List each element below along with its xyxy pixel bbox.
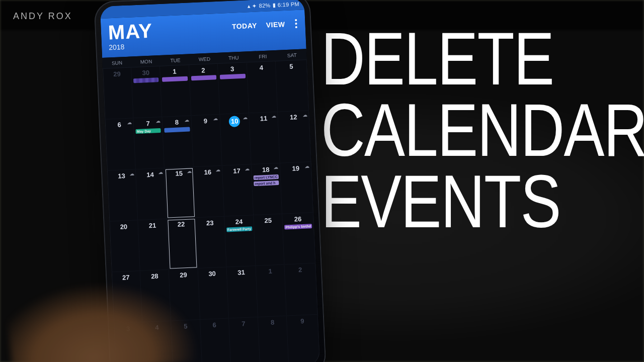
calendar-day-cell[interactable]: 18☁report LYNCCreport and h <box>252 163 283 215</box>
weather-icon: ☁ <box>272 114 276 119</box>
weather-icon: ☁ <box>185 118 189 123</box>
calendar-day-cell[interactable]: 6☁ <box>105 119 136 171</box>
calendar-day-cell[interactable]: 22 <box>167 218 198 270</box>
calendar-day-cell[interactable]: 4 <box>247 61 278 114</box>
calendar-day-cell[interactable]: 1 <box>160 65 191 117</box>
overflow-menu-icon[interactable] <box>294 18 298 29</box>
day-number: 25 <box>255 216 281 225</box>
phone-screen: ▴ ✦ 82% ▮ 6:19 PM MAY 2018 TODAY VIEW SU… <box>100 0 320 362</box>
calendar-day-cell[interactable]: 20 <box>109 220 140 273</box>
calendar-day-cell[interactable]: 24Farewell Party <box>224 215 256 267</box>
thumbnail-headline: DELETE CALENDAR EVENTS <box>321 23 633 237</box>
weather-icon: ☁ <box>158 170 163 175</box>
weather-icon: ☁ <box>129 171 134 176</box>
weather-icon: ☁ <box>243 115 248 120</box>
dow-label: WED <box>190 56 219 63</box>
calendar-day-cell[interactable]: 3 <box>218 62 250 115</box>
signal-icon: ▴ ✦ <box>247 3 257 10</box>
status-time: 6:19 PM <box>278 1 300 8</box>
calendar-event-chip[interactable]: Farewell Party <box>226 226 253 232</box>
day-number: 2 <box>286 265 314 274</box>
month-picker[interactable]: MAY 2018 <box>108 21 153 52</box>
today-button[interactable]: TODAY <box>232 21 258 30</box>
calendar-event-chip[interactable] <box>191 75 216 80</box>
calendar-day-cell[interactable]: 3 <box>114 322 145 362</box>
calendar-day-cell[interactable]: 16☁ <box>193 165 224 218</box>
day-number: 4 <box>249 63 274 72</box>
day-number: 3 <box>219 65 246 73</box>
calendar-day-cell[interactable]: 29 <box>169 268 200 321</box>
day-number: 24 <box>226 217 252 226</box>
calendar-day-cell[interactable]: 8☁ <box>163 116 194 168</box>
day-number: 10 <box>229 116 240 127</box>
day-number: 1 <box>258 267 283 276</box>
day-number: 31 <box>228 268 254 277</box>
day-number: 21 <box>140 221 166 230</box>
calendar-day-cell[interactable]: 19☁ <box>280 162 313 214</box>
dow-label: THU <box>219 54 248 61</box>
day-number: 3 <box>115 324 141 333</box>
calendar-day-cell[interactable]: 11☁ <box>249 112 280 164</box>
calendar-day-cell[interactable]: 14☁ <box>136 168 167 220</box>
calendar-day-cell[interactable]: 27 <box>112 271 143 323</box>
weather-icon: ☁ <box>187 168 191 173</box>
day-number: 7 <box>230 319 257 328</box>
calendar-day-cell[interactable]: 28 <box>140 270 172 322</box>
calendar-day-cell[interactable]: 2 <box>285 263 318 316</box>
calendar-day-cell[interactable]: 12☁ <box>278 111 311 163</box>
calendar-day-cell[interactable]: 8 <box>258 316 289 362</box>
calendar-day-cell[interactable]: 13☁ <box>107 169 138 222</box>
calendar-event-chip[interactable]: report LYNCC <box>254 174 279 180</box>
calendar-day-cell[interactable]: 30 <box>131 66 163 119</box>
weather-icon: ☁ <box>274 165 278 170</box>
calendar-day-cell[interactable]: 17☁ <box>222 164 254 217</box>
view-button[interactable]: VIEW <box>266 20 285 29</box>
day-number: 20 <box>111 222 137 231</box>
calendar-day-cell[interactable]: 23 <box>196 217 227 269</box>
calendar-event-chip[interactable] <box>165 127 190 133</box>
weather-icon: ☁ <box>305 163 309 168</box>
calendar-day-cell[interactable]: 5 <box>276 60 309 112</box>
dow-label: MON <box>131 58 160 65</box>
calendar-event-chip[interactable] <box>220 74 246 79</box>
calendar-day-cell[interactable]: 9☁ <box>191 115 222 167</box>
calendar-event-chip[interactable]: report and h <box>254 180 279 186</box>
day-number: 23 <box>197 219 223 227</box>
calendar-day-cell[interactable]: 7☁May Day <box>134 117 165 169</box>
day-number: 26 <box>284 215 312 223</box>
day-number: 5 <box>277 62 305 70</box>
calendar-day-cell[interactable]: 9 <box>287 314 320 362</box>
day-number: 5 <box>173 322 199 330</box>
calendar-event-chip[interactable]: Philipp's birthd <box>284 224 312 229</box>
calendar-day-cell[interactable]: 6 <box>200 318 231 362</box>
calendar-day-cell[interactable]: 30 <box>198 267 229 320</box>
weather-icon: ☁ <box>245 166 250 171</box>
month-label: MAY <box>108 21 153 43</box>
day-number: 8 <box>260 318 285 326</box>
calendar-day-cell[interactable]: 29 <box>103 67 134 120</box>
day-number: 27 <box>113 274 139 282</box>
calendar-day-cell[interactable]: 21 <box>138 219 169 272</box>
calendar-day-cell[interactable]: 5 <box>171 320 202 362</box>
calendar-event-chip[interactable] <box>162 76 188 82</box>
weather-icon: ☁ <box>302 113 307 118</box>
calendar-event-chip[interactable] <box>133 77 159 83</box>
calendar-month-grid[interactable]: 2930123456☁7☁May Day8☁9☁10☁11☁12☁13☁14☁1… <box>103 60 320 362</box>
calendar-day-cell[interactable]: 25 <box>254 214 285 266</box>
day-number: 4 <box>144 323 170 331</box>
calendar-day-cell[interactable]: 10☁ <box>220 114 252 166</box>
calendar-day-cell[interactable]: 4 <box>142 321 174 362</box>
day-number: 9 <box>288 317 316 325</box>
weather-icon: ☁ <box>156 119 160 124</box>
day-number: 30 <box>199 269 225 278</box>
calendar-day-cell[interactable]: 2 <box>189 64 220 116</box>
calendar-day-cell[interactable]: 1 <box>256 265 287 317</box>
calendar-day-cell[interactable]: 7 <box>229 317 261 362</box>
calendar-day-cell[interactable]: 15☁ <box>165 167 196 219</box>
day-number: 29 <box>104 70 130 78</box>
day-number: 29 <box>171 271 196 280</box>
calendar-day-cell[interactable]: 26Philipp's birthd <box>282 213 315 265</box>
calendar-event-chip[interactable]: May Day <box>136 128 162 134</box>
dow-label: TUE <box>160 57 190 64</box>
calendar-day-cell[interactable]: 31 <box>226 266 258 318</box>
